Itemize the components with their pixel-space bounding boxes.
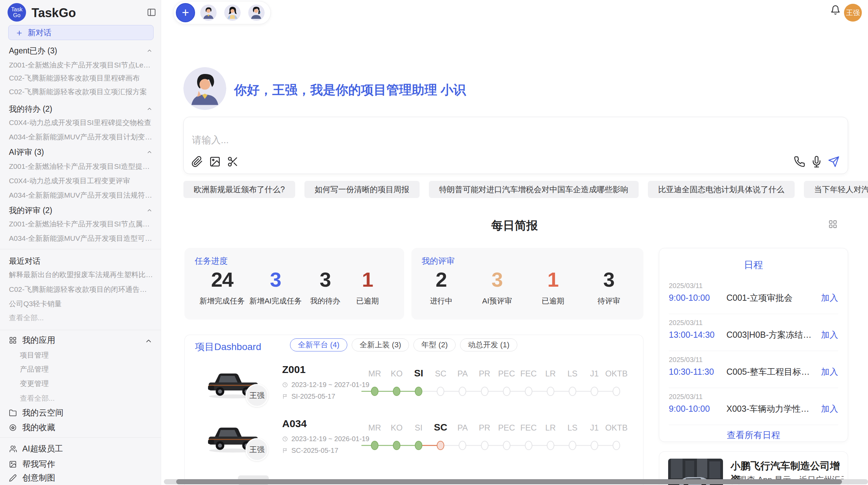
section-agent-done[interactable]: Agent已办 (3) — [9, 45, 154, 57]
stat-column: 3待评审 — [590, 269, 628, 306]
stat-column: 3AI预评审 — [478, 269, 516, 306]
suggestion-chip[interactable]: 欧洲新规最近颁布了什么? — [183, 181, 295, 198]
microphone-icon[interactable] — [811, 156, 822, 167]
divider — [0, 330, 161, 330]
clock-icon — [282, 382, 288, 388]
chevron-up-icon — [146, 207, 153, 213]
dashboard-filter-chip[interactable]: 年型 (2) — [413, 338, 456, 351]
event-date: 2025/03/11 — [669, 319, 703, 327]
dashboard-filter-chip[interactable]: 全新平台 (4) — [290, 338, 347, 351]
schedule-event: 2025/03/1110:30-11:30C005-整车工程目标评审加入 — [659, 351, 848, 388]
app-link-project-mgmt[interactable]: 项目管理 — [20, 349, 154, 361]
sidebar-item-favorites[interactable]: 我的收藏 — [9, 422, 154, 433]
add-agent-button[interactable]: + — [176, 3, 195, 22]
card-title: 我的评审 — [422, 256, 455, 266]
agent-switcher: + — [173, 1, 271, 24]
conversation-item[interactable]: A034-全新新能源MUV产品开发项目计划变更表编写 — [9, 131, 154, 143]
agent-avatar[interactable] — [248, 4, 265, 22]
app-link-change-mgmt[interactable]: 变更管理 — [20, 378, 154, 389]
stat-label: AI预评审 — [478, 296, 516, 306]
sidebar-item-my-apps[interactable]: 我的应用 — [9, 334, 154, 346]
sidebar-item-help-write[interactable]: 帮我写作 — [9, 458, 154, 470]
project-code[interactable]: Z001 — [282, 364, 305, 375]
event-time: 10:30-11:30 — [669, 367, 726, 377]
event-join-link[interactable]: 加入 — [821, 366, 838, 377]
notifications-bell-icon[interactable] — [830, 5, 841, 15]
conversation-item[interactable]: C0X4-动力总成开发项目SI里程碑提交物检查 — [9, 117, 154, 128]
view-all-schedule-link[interactable]: 查看所有日程 — [659, 429, 848, 441]
section-my-review[interactable]: 我的评审 (2) — [9, 204, 154, 216]
chat-input[interactable] — [192, 134, 740, 151]
agent-avatar[interactable] — [200, 4, 217, 22]
conversation-item[interactable]: Z001-全新燃油轻卡产品开发项目SI节点属性5D文件评审 — [9, 218, 154, 230]
milestone-dot — [437, 441, 444, 450]
suggestion-chip[interactable]: 比亚迪全固态电池计划具体说了什么 — [648, 181, 795, 198]
event-join-link[interactable]: 加入 — [821, 292, 838, 303]
voice-call-icon[interactable] — [794, 156, 805, 167]
suggestion-chips: 欧洲新规最近颁布了什么?如何写一份清晰的项目周报特朗普可能对进口汽车增税会对中国… — [183, 181, 848, 198]
scissors-icon[interactable] — [227, 156, 239, 167]
conversation-item[interactable]: C02-飞腾新能源轻客改款项目立项汇报方案 — [9, 86, 154, 98]
sidebar-item-creative-draw[interactable]: 创意制图 — [9, 472, 154, 484]
upload-image-icon[interactable] — [209, 156, 221, 167]
app-link-product-mgmt[interactable]: 产品管理 — [20, 363, 154, 375]
conversation-item[interactable]: C02-飞腾新能源轻客改款项目里程碑画布 — [9, 72, 154, 84]
conversation-item[interactable]: C02-飞腾新能源轻客改款项目的闭环通告反馈情况 — [9, 284, 154, 295]
project-dates: 2023-12-19 ~ 2027-01-19 — [282, 381, 369, 389]
event-title: C005-整车工程目标评审 — [726, 366, 816, 377]
section-my-todo[interactable]: 我的待办 (2) — [9, 103, 154, 115]
project-owner-badge: 王强 — [245, 438, 268, 461]
section-ai-review[interactable]: AI评审 (3) — [9, 146, 154, 158]
new-chat-button[interactable]: ＋ 新对话 — [8, 25, 154, 40]
greeting-text: 你好，王强，我是你的项目管理助理 小识 — [234, 82, 466, 99]
chevron-up-icon — [146, 48, 153, 54]
milestone-dot — [415, 387, 422, 396]
conversation-item[interactable]: C0X4-动力总成开发项目工程变更评审 — [9, 175, 154, 187]
conversation-item[interactable]: 公司Q3轻卡销量 — [9, 298, 154, 310]
milestone-dot — [459, 387, 466, 396]
dashboard-filter-chip[interactable]: 全新上装 (3) — [352, 338, 409, 351]
send-icon[interactable] — [828, 156, 840, 167]
conversation-item[interactable]: Z001-全新燃油轻卡产品开发项目SI造型提交物评审 — [9, 161, 154, 172]
suggestion-chip[interactable]: 当下年轻人对汽车外观有怎样的喜好趋势 — [804, 181, 868, 198]
conversation-item[interactable]: A034-全新新能源MUV产品开发项目法规符合性评审 — [9, 189, 154, 201]
attachment-icon[interactable] — [191, 156, 203, 167]
event-title: C003|H0B-方案冻结评审 — [726, 329, 816, 340]
view-all-apps[interactable]: 查看全部... — [20, 393, 154, 404]
section-recent-chats: 最近对话 — [9, 255, 154, 267]
stat-value: 3 — [590, 269, 628, 291]
divider — [0, 437, 161, 438]
sidebar-collapse-icon[interactable] — [147, 8, 156, 17]
users-icon — [9, 445, 17, 453]
agent-avatar[interactable] — [224, 4, 241, 22]
sidebar-item-ai-employee[interactable]: AI超级员工 — [9, 443, 154, 455]
schedule-title: 日程 — [659, 259, 848, 272]
event-join-link[interactable]: 加入 — [821, 329, 838, 340]
suggestion-chip[interactable]: 特朗普可能对进口汽车增税会对中国车企造成哪些影响 — [429, 181, 639, 198]
milestone-dot — [591, 387, 598, 396]
project-code[interactable]: A034 — [282, 418, 307, 430]
chevron-up-icon — [146, 106, 153, 112]
pen-icon — [9, 474, 17, 482]
conversation-item[interactable]: 解释最新出台的欧盟报废车法规再生塑料比例被调到15%... — [9, 269, 154, 281]
conversation-item[interactable]: Z001-全新燃油皮卡产品开发项目SI节点Lesson Learn报告 — [9, 59, 154, 71]
milestone-dot — [371, 387, 378, 396]
milestone-line-done — [361, 391, 419, 392]
layout-grid-icon[interactable] — [828, 220, 837, 229]
conversation-item[interactable]: A034-全新新能源MUV产品开发项目造型可行性评审 — [9, 233, 154, 244]
plus-icon: ＋ — [15, 27, 24, 39]
horizontal-scrollbar-thumb[interactable] — [176, 479, 842, 484]
event-title: C001-立项审批会 — [726, 292, 816, 303]
event-join-link[interactable]: 加入 — [821, 403, 838, 414]
user-avatar[interactable]: 王强 — [844, 4, 862, 22]
suggestion-chip[interactable]: 如何写一份清晰的项目周报 — [304, 181, 420, 198]
stat-value: 1 — [349, 269, 386, 291]
sidebar-item-cloud-space[interactable]: 我的云空间 — [9, 407, 154, 419]
stat-value: 3 — [306, 269, 344, 291]
stat-label: 我的待办 — [306, 296, 344, 306]
app-logo: Task Go — [8, 3, 26, 22]
dashboard-filter-chip[interactable]: 动总开发 (1) — [460, 338, 517, 351]
milestone-dot — [459, 441, 466, 450]
milestone-dot — [591, 441, 598, 450]
view-all-chats[interactable]: 查看全部... — [9, 312, 154, 324]
